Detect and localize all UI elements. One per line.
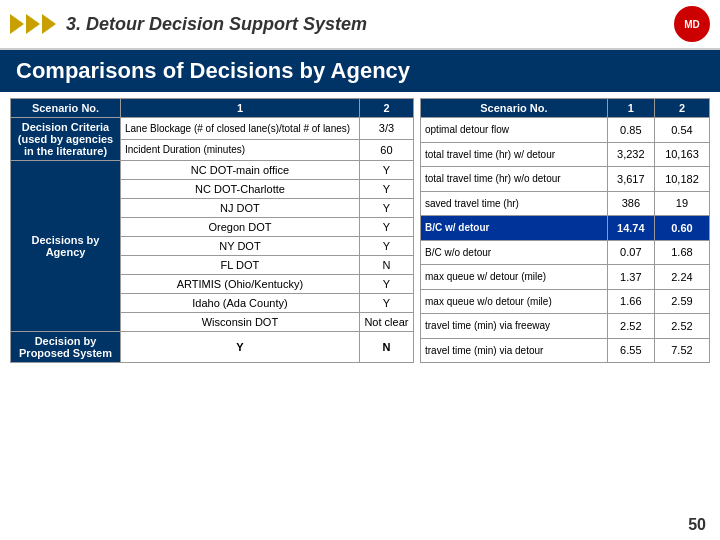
- page-number: 50: [688, 516, 706, 534]
- right-row-label: B/C w/o detour: [421, 240, 608, 265]
- right-col2: 2: [654, 99, 709, 118]
- bottom-val2: N: [359, 332, 413, 363]
- agency-oregon: Oregon DOT: [121, 218, 360, 237]
- table-row: max queue w/ detour (mile)1.372.24: [421, 265, 710, 290]
- right-val1: 3,617: [607, 167, 654, 192]
- agency-artimis: ARTIMIS (Ohio/Kentucky): [121, 275, 360, 294]
- header: 3. Detour Decision Support System MD: [0, 0, 720, 50]
- agency-nc-charlotte: NC DOT-Charlotte: [121, 180, 360, 199]
- agency-nj-val: Y: [359, 199, 413, 218]
- right-row-label: saved travel time (hr): [421, 191, 608, 216]
- agency-wisconsin: Wisconsin DOT: [121, 313, 360, 332]
- header-arrows: [10, 14, 56, 34]
- right-val2: 10,163: [654, 142, 709, 167]
- bottom-row: Decision by Proposed System Y N: [11, 332, 414, 363]
- right-table: Scenario No. 1 2 optimal detour flow0.85…: [420, 98, 710, 363]
- agency-nc-main: NC DOT-main office: [121, 161, 360, 180]
- bottom-val1: Y: [121, 332, 360, 363]
- right-val2: 2.59: [654, 289, 709, 314]
- table-row: max queue w/o detour (mile)1.662.59: [421, 289, 710, 314]
- agency-fl-val: N: [359, 256, 413, 275]
- section-title: Comparisons of Decisions by Agency: [0, 50, 720, 92]
- right-row-label: max queue w/o detour (mile): [421, 289, 608, 314]
- right-val2: 2.24: [654, 265, 709, 290]
- right-val1: 6.55: [607, 338, 654, 363]
- right-val2: 0.54: [654, 118, 709, 143]
- table-row: saved travel time (hr)38619: [421, 191, 710, 216]
- agency-idaho: Idaho (Ada County): [121, 294, 360, 313]
- lane-blockage-label: Lane Blockage (# of closed lane(s)/total…: [121, 118, 360, 140]
- agency-nc-main-val: Y: [359, 161, 413, 180]
- right-val1: 14.74: [607, 216, 654, 241]
- left-col-header: Scenario No.: [11, 99, 121, 118]
- left-col1: 1: [121, 99, 360, 118]
- arrow-icon-2: [26, 14, 40, 34]
- table-row: optimal detour flow0.850.54: [421, 118, 710, 143]
- agency-idaho-val: Y: [359, 294, 413, 313]
- incident-dur-label: Incident Duration (minutes): [121, 139, 360, 161]
- header-title: 3. Detour Decision Support System: [66, 14, 674, 35]
- right-row-label: total travel time (hr) w/ detour: [421, 142, 608, 167]
- right-row-label: travel time (min) via freeway: [421, 314, 608, 339]
- table-row: Decision Criteria (used by agencies in t…: [11, 118, 414, 140]
- right-val2: 10,182: [654, 167, 709, 192]
- table-row: travel time (min) via detour6.557.52: [421, 338, 710, 363]
- agency-artimis-val: Y: [359, 275, 413, 294]
- agency-nj: NJ DOT: [121, 199, 360, 218]
- right-val1: 3,232: [607, 142, 654, 167]
- table-row: total travel time (hr) w/o detour3,61710…: [421, 167, 710, 192]
- right-col-header: Scenario No.: [421, 99, 608, 118]
- incident-val1: 60: [359, 139, 413, 161]
- agency-wisconsin-val: Not clear: [359, 313, 413, 332]
- right-val2: 0.60: [654, 216, 709, 241]
- right-val1: 1.37: [607, 265, 654, 290]
- agency-fl: FL DOT: [121, 256, 360, 275]
- arrow-icon-1: [10, 14, 24, 34]
- arrow-icon-3: [42, 14, 56, 34]
- bottom-label: Decision by Proposed System: [11, 332, 121, 363]
- table-row: B/C w/o detour0.071.68: [421, 240, 710, 265]
- header-logo: MD: [674, 6, 710, 42]
- right-val2: 19: [654, 191, 709, 216]
- table-row: travel time (min) via freeway2.522.52: [421, 314, 710, 339]
- right-val2: 7.52: [654, 338, 709, 363]
- agencies-header: Decisions by Agency: [11, 161, 121, 332]
- table-row: B/C w/ detour14.740.60: [421, 216, 710, 241]
- agency-nc-charlotte-val: Y: [359, 180, 413, 199]
- table-row: Decisions by Agency NC DOT-main office Y: [11, 161, 414, 180]
- agency-ny-val: Y: [359, 237, 413, 256]
- right-row-label: total travel time (hr) w/o detour: [421, 167, 608, 192]
- agency-ny: NY DOT: [121, 237, 360, 256]
- tables-wrapper: Scenario No. 1 2 Decision Criteria (used…: [10, 98, 710, 363]
- right-row-label: B/C w/ detour: [421, 216, 608, 241]
- right-val1: 2.52: [607, 314, 654, 339]
- right-val1: 0.07: [607, 240, 654, 265]
- right-row-label: max queue w/ detour (mile): [421, 265, 608, 290]
- right-val1: 1.66: [607, 289, 654, 314]
- lane-val1: 3/3: [359, 118, 413, 140]
- right-val2: 2.52: [654, 314, 709, 339]
- table-row: total travel time (hr) w/ detour3,23210,…: [421, 142, 710, 167]
- right-col1: 1: [607, 99, 654, 118]
- right-row-label: optimal detour flow: [421, 118, 608, 143]
- criteria-header: Decision Criteria (used by agencies in t…: [11, 118, 121, 161]
- main-content: Scenario No. 1 2 Decision Criteria (used…: [0, 92, 720, 369]
- right-val2: 1.68: [654, 240, 709, 265]
- left-table: Scenario No. 1 2 Decision Criteria (used…: [10, 98, 414, 363]
- left-col2: 2: [359, 99, 413, 118]
- right-val1: 0.85: [607, 118, 654, 143]
- right-val1: 386: [607, 191, 654, 216]
- right-row-label: travel time (min) via detour: [421, 338, 608, 363]
- agency-oregon-val: Y: [359, 218, 413, 237]
